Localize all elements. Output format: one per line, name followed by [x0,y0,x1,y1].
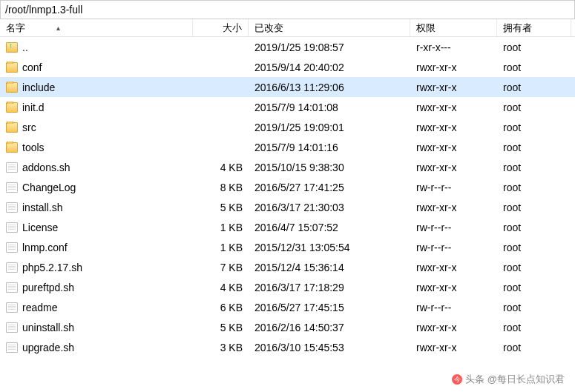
owner-text: root [503,342,521,353]
table-row[interactable]: readme6 KB2016/5/27 17:45:15rw-r--r--roo… [0,297,575,317]
file-name: init.d [22,102,45,113]
perm-text: rwxr-xr-x [416,322,456,333]
table-row[interactable]: include2016/6/13 11:29:06rwxr-xr-xroot [0,77,575,97]
cell-owner: root [497,62,571,73]
cell-name: tools [0,142,193,153]
cell-modified: 2016/5/27 17:45:15 [249,302,410,313]
modified-text: 2016/3/10 15:45:53 [254,342,344,353]
owner-text: root [503,122,521,133]
cell-perm: rwxr-xr-x [410,102,497,113]
modified-text: 2016/3/17 17:18:29 [254,282,344,293]
cell-perm: rwxr-xr-x [410,262,497,273]
cell-name: lnmp.conf [0,242,193,253]
cell-modified: 2015/12/4 15:36:14 [249,262,410,273]
file-name: addons.sh [22,162,70,173]
cell-perm: rwxr-xr-x [410,322,497,333]
table-row[interactable]: uninstall.sh5 KB2016/2/16 14:50:37rwxr-x… [0,317,575,337]
cell-perm: rwxr-xr-x [410,162,497,173]
cell-owner: root [497,122,571,133]
cell-size: 6 KB [193,302,249,313]
owner-text: root [503,162,521,173]
modified-text: 2015/7/9 14:01:16 [254,142,338,153]
header-permissions[interactable]: 权限 [410,19,497,36]
cell-name: pureftpd.sh [0,282,193,293]
perm-text: rw-r--r-- [416,302,451,313]
table-row[interactable]: License1 KB2016/4/7 15:07:52rw-r--r--roo… [0,217,575,237]
table-row[interactable]: tools2015/7/9 14:01:16rwxr-xr-xroot [0,137,575,157]
size-text: 5 KB [220,202,243,213]
header-size[interactable]: 大小 [193,19,249,36]
table-row[interactable]: pureftpd.sh4 KB2016/3/17 17:18:29rwxr-xr… [0,277,575,297]
file-name: .. [22,41,28,53]
modified-text: 2016/3/17 21:30:03 [254,202,344,213]
perm-text: rwxr-xr-x [416,342,456,353]
file-icon [6,182,18,193]
file-name: License [22,222,58,233]
cell-size: 4 KB [193,282,249,293]
cell-perm: rwxr-xr-x [410,142,497,153]
size-text: 6 KB [220,302,243,313]
cell-name: init.d [0,102,193,113]
modified-text: 2015/12/4 15:36:14 [254,262,344,273]
cell-owner: root [497,282,571,293]
cell-owner: root [497,41,571,53]
cell-modified: 2015/7/9 14:01:08 [249,102,410,113]
cell-name: conf [0,62,193,73]
folder-icon [6,82,18,93]
cell-perm: rw-r--r-- [410,182,497,193]
cell-owner: root [497,142,571,153]
table-row[interactable]: install.sh5 KB2016/3/17 21:30:03rwxr-xr-… [0,197,575,217]
owner-text: root [503,102,521,113]
perm-text: rwxr-xr-x [416,102,456,113]
owner-text: root [503,242,521,253]
modified-text: 2015/12/31 13:05:54 [254,242,349,253]
folder-icon [6,102,18,113]
table-row[interactable]: ..2019/1/25 19:08:57r-xr-x---root [0,37,575,57]
table-row[interactable]: upgrade.sh3 KB2016/3/10 15:45:53rwxr-xr-… [0,337,575,357]
cell-name: php5.2.17.sh [0,262,193,273]
cell-perm: rw-r--r-- [410,242,497,253]
cell-modified: 2016/3/10 15:45:53 [249,342,410,353]
file-icon [6,302,18,313]
cell-owner: root [497,302,571,313]
cell-size: 1 KB [193,222,249,233]
cell-name: addons.sh [0,162,193,173]
size-text: 7 KB [220,262,243,273]
modified-text: 2016/2/16 14:50:37 [254,322,344,333]
watermark-icon: 今 [452,374,462,385]
header-modified[interactable]: 已改变 [249,19,410,36]
cell-perm: rw-r--r-- [410,222,497,233]
cell-size: 4 KB [193,162,249,173]
folder-icon [6,62,18,73]
table-row[interactable]: conf2015/9/14 20:40:02rwxr-xr-xroot [0,57,575,77]
cell-size: 1 KB [193,242,249,253]
table-row[interactable]: ChangeLog8 KB2016/5/27 17:41:25rw-r--r--… [0,177,575,197]
table-row[interactable]: lnmp.conf1 KB2015/12/31 13:05:54rw-r--r-… [0,237,575,257]
cell-modified: 2019/1/25 19:09:01 [249,122,410,133]
cell-modified: 2015/9/14 20:40:02 [249,62,410,73]
header-owner[interactable]: 拥有者 [497,19,571,36]
folder-icon [6,142,18,153]
file-name: install.sh [22,202,62,213]
header-size-label: 大小 [223,21,242,35]
header-name[interactable]: 名字 ▴ [0,19,193,36]
cell-owner: root [497,162,571,173]
cell-modified: 2015/10/15 9:38:30 [249,162,410,173]
modified-text: 2016/5/27 17:45:15 [254,302,344,313]
table-row[interactable]: src2019/1/25 19:09:01rwxr-xr-xroot [0,117,575,137]
table-row[interactable]: addons.sh4 KB2015/10/15 9:38:30rwxr-xr-x… [0,157,575,177]
owner-text: root [503,282,521,293]
cell-perm: rwxr-xr-x [410,122,497,133]
path-bar[interactable]: /root/lnmp1.3-full [0,0,575,19]
cell-owner: root [497,222,571,233]
perm-text: r-xr-x--- [416,41,451,53]
header-perm-label: 权限 [416,21,436,35]
file-name: conf [22,62,42,73]
cell-modified: 2016/3/17 17:18:29 [249,282,410,293]
table-row[interactable]: init.d2015/7/9 14:01:08rwxr-xr-xroot [0,97,575,117]
owner-text: root [503,41,521,53]
table-row[interactable]: php5.2.17.sh7 KB2015/12/4 15:36:14rwxr-x… [0,257,575,277]
cell-size: 7 KB [193,262,249,273]
cell-owner: root [497,322,571,333]
owner-text: root [503,302,521,313]
